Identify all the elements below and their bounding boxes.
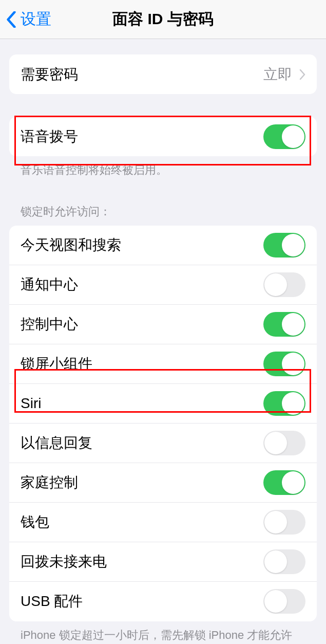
lock-access-group: 今天视图和搜索通知中心控制中心锁屏小组件Siri以信息回复家庭控制钱包回拨未接来…: [9, 226, 317, 621]
voice-dial-cell: 语音拨号: [9, 117, 317, 156]
require-passcode-cell[interactable]: 需要密码 立即: [9, 54, 317, 94]
lock-access-label: Siri: [21, 395, 41, 412]
toggle-knob: [264, 273, 287, 296]
lock-access-cell: 控制中心: [9, 305, 317, 344]
lock-access-toggle[interactable]: [263, 352, 305, 376]
lock-access-toggle[interactable]: [263, 510, 305, 535]
lock-access-label: 钱包: [21, 512, 49, 532]
lock-access-toggle[interactable]: [263, 431, 305, 455]
toggle-knob: [282, 392, 304, 415]
lock-access-toggle[interactable]: [263, 589, 305, 614]
lock-access-cell: 回拨未接来电: [9, 542, 317, 582]
toggle-knob: [282, 234, 304, 256]
lock-access-footer: iPhone 锁定超过一小时后，需先解锁 iPhone 才能允许 USB 配件连…: [9, 621, 317, 644]
toggle-knob: [282, 353, 304, 375]
lock-access-label: 家庭控制: [21, 473, 78, 492]
require-passcode-value-wrap: 立即: [263, 65, 305, 84]
lock-access-toggle[interactable]: [263, 470, 305, 495]
voice-dial-group: 语音拨号: [9, 117, 317, 156]
lock-access-cell: 钱包: [9, 503, 317, 542]
lock-access-cell: 今天视图和搜索: [9, 226, 317, 265]
lock-access-cell: 以信息回复: [9, 424, 317, 463]
lock-access-toggle[interactable]: [263, 391, 305, 416]
lock-access-toggle[interactable]: [263, 233, 305, 257]
require-passcode-group: 需要密码 立即: [9, 54, 317, 94]
back-label: 设置: [21, 9, 51, 30]
lock-access-cell: 通知中心: [9, 265, 317, 305]
voice-dial-label: 语音拨号: [21, 127, 78, 146]
lock-access-label: 锁屏小组件: [21, 354, 92, 374]
lock-access-cell: 锁屏小组件: [9, 344, 317, 384]
toggle-knob: [264, 550, 287, 573]
lock-access-label: 通知中心: [21, 275, 78, 295]
voice-dial-footer: 音乐语音控制将始终被启用。: [9, 156, 317, 178]
lock-access-label: 今天视图和搜索: [21, 235, 121, 255]
lock-access-label: 以信息回复: [21, 433, 92, 453]
voice-dial-toggle[interactable]: [263, 124, 305, 149]
lock-access-label: USB 配件: [21, 592, 83, 611]
lock-access-label: 回拨未接来电: [21, 552, 107, 572]
lock-access-toggle[interactable]: [263, 549, 305, 574]
toggle-knob: [264, 511, 287, 533]
lock-access-label: 控制中心: [21, 315, 78, 334]
lock-access-header: 锁定时允许访问：: [9, 178, 317, 226]
lock-access-cell: 家庭控制: [9, 463, 317, 503]
toggle-knob: [282, 125, 304, 148]
lock-access-cell: USB 配件: [9, 582, 317, 621]
toggle-knob: [264, 590, 287, 613]
lock-access-toggle[interactable]: [263, 312, 305, 337]
toggle-knob: [282, 471, 304, 494]
back-button[interactable]: 设置: [0, 9, 51, 30]
lock-access-cell: Siri: [9, 384, 317, 424]
page-title: 面容 ID 与密码: [112, 9, 214, 30]
require-passcode-value: 立即: [263, 65, 292, 84]
chevron-right-icon: [299, 69, 305, 80]
lock-access-toggle[interactable]: [263, 272, 305, 297]
chevron-left-icon: [6, 11, 16, 28]
toggle-knob: [264, 432, 287, 454]
toggle-knob: [282, 313, 304, 336]
navigation-bar: 设置 面容 ID 与密码: [0, 0, 326, 39]
require-passcode-label: 需要密码: [21, 65, 78, 84]
